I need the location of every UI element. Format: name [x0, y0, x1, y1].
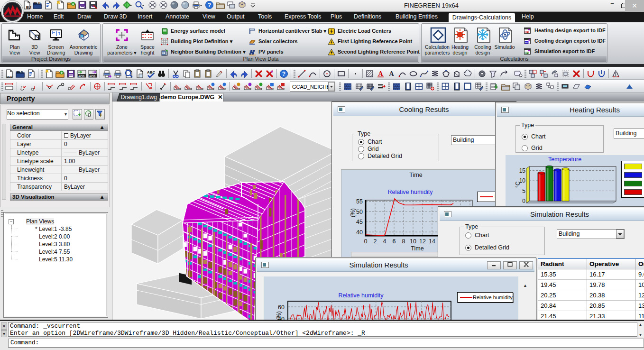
svg-text:8: 8: [402, 238, 405, 245]
svg-text:50: 50: [356, 209, 363, 215]
svg-text:0: 0: [522, 198, 525, 204]
svg-text:4: 4: [383, 238, 386, 245]
svg-text:ACIS: ACIS: [78, 75, 84, 78]
svg-text:A: A: [378, 70, 383, 77]
svg-text:ACIS: ACIS: [89, 75, 95, 78]
svg-text:IDF: IDF: [525, 52, 528, 54]
svg-text:A: A: [389, 70, 394, 77]
svg-text:6: 6: [393, 238, 396, 245]
svg-text:IDF: IDF: [525, 31, 528, 33]
svg-text:(%): (%): [276, 311, 282, 320]
svg-text:BLD: BLD: [7, 75, 13, 78]
svg-text:40: 40: [356, 229, 363, 236]
svg-text:Time: Time: [411, 245, 423, 252]
svg-text:5: 5: [522, 188, 525, 194]
svg-text:12: 12: [419, 238, 426, 245]
svg-text:BLD: BLD: [34, 1, 41, 5]
svg-text:°C: °C: [515, 181, 521, 188]
svg-text:14: 14: [429, 238, 435, 245]
svg-text:60: 60: [278, 304, 285, 311]
svg-text:?: ?: [282, 71, 285, 77]
svg-text:IDF: IDF: [525, 42, 528, 44]
svg-text:(%): (%): [350, 208, 356, 217]
svg-text:2: 2: [374, 238, 377, 245]
svg-text:?: ?: [208, 2, 211, 9]
svg-text:10: 10: [410, 238, 416, 245]
svg-text:15: 15: [519, 167, 526, 174]
svg-text:0: 0: [364, 238, 368, 245]
svg-text:BLD: BLD: [26, 6, 31, 9]
svg-text:BLD: BLD: [17, 71, 23, 74]
svg-text:45: 45: [356, 219, 363, 225]
svg-text:55: 55: [356, 198, 363, 205]
